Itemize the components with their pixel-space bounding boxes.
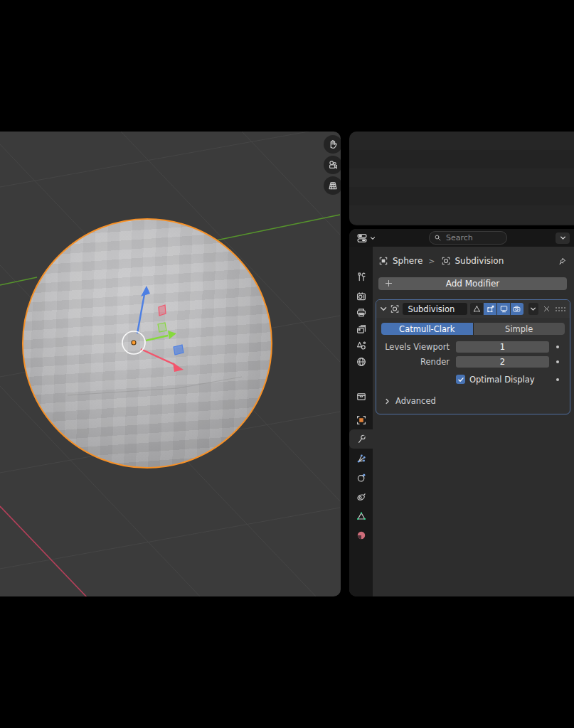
display-realtime-icon <box>499 304 509 314</box>
levels-viewport-row: Levels Viewport 1 <box>380 340 566 353</box>
perspective-grid-button[interactable] <box>324 176 341 195</box>
subdivision-type-selector: Catmull-Clark Simple <box>381 323 565 335</box>
display-realtime-toggle[interactable] <box>497 303 510 315</box>
tab-constraint-properties[interactable] <box>349 487 373 506</box>
object-data-icon <box>378 256 388 266</box>
modifier-properties-icon <box>356 434 367 445</box>
properties-editor: Sphere > Subdivision Add Modifier <box>349 229 574 596</box>
properties-editor-icon <box>356 232 368 244</box>
camera-view-button[interactable] <box>324 156 341 174</box>
plus-icon <box>384 279 393 288</box>
gizmo-plane-z[interactable] <box>174 345 184 355</box>
levels-viewport-value: 1 <box>500 342 505 352</box>
search-field[interactable] <box>429 231 507 245</box>
tab-collection-properties[interactable] <box>349 388 373 405</box>
tab-view-layer-properties[interactable] <box>349 321 373 337</box>
subdivision-modifier-icon <box>390 304 400 314</box>
search-icon <box>434 234 442 242</box>
view-layer-properties-icon <box>356 323 367 335</box>
breadcrumb-object[interactable]: Sphere <box>393 256 422 266</box>
display-render-toggle[interactable] <box>511 303 523 315</box>
pin-icon[interactable] <box>558 257 567 266</box>
gizmo-plane-y[interactable] <box>158 323 166 332</box>
breadcrumb: Sphere > Subdivision <box>378 255 567 267</box>
gizmo-plane-x[interactable] <box>159 305 166 316</box>
tab-world-properties[interactable] <box>349 353 373 370</box>
render-field[interactable]: 2 <box>456 356 549 368</box>
catmull-clark-button[interactable]: Catmull-Clark <box>381 323 473 335</box>
chevron-right-icon <box>384 398 390 405</box>
checkmark-icon <box>457 376 464 383</box>
render-row: Render 2 <box>380 355 566 368</box>
simple-button[interactable]: Simple <box>474 323 565 335</box>
search-input[interactable] <box>445 232 491 243</box>
modifier-extras-button[interactable] <box>528 303 538 315</box>
breadcrumb-separator: > <box>427 257 436 266</box>
keyframe-dot[interactable] <box>556 378 559 381</box>
particle-properties-icon <box>356 453 367 464</box>
modifier-drag-handle[interactable] <box>556 307 565 311</box>
gizmo-z-arrow[interactable] <box>137 286 150 333</box>
tab-material-properties[interactable] <box>349 525 373 545</box>
world-properties-icon <box>356 356 367 368</box>
object-data-properties-icon <box>356 510 367 522</box>
display-render-icon <box>512 304 521 314</box>
chevron-down-icon <box>530 306 536 312</box>
tab-render-properties[interactable] <box>349 288 373 304</box>
tab-object-data-properties[interactable] <box>349 506 373 525</box>
optimal-display-wires <box>68 377 242 395</box>
optimal-display-label[interactable]: Optimal Display <box>469 375 549 385</box>
editor-type-button[interactable] <box>354 231 378 245</box>
render-label: Render <box>380 357 456 367</box>
render-value: 2 <box>500 357 505 367</box>
3d-viewport[interactable] <box>0 132 341 596</box>
camera-view-icon <box>327 159 339 171</box>
tab-output-properties[interactable] <box>349 304 373 321</box>
advanced-label: Advanced <box>395 396 436 406</box>
chevron-down-icon <box>560 235 566 241</box>
tool-icon <box>356 272 367 283</box>
keyframe-dot[interactable] <box>556 360 559 363</box>
tab-object-properties[interactable] <box>349 410 373 429</box>
properties-header <box>349 229 574 247</box>
tab-modifier-properties[interactable] <box>349 429 373 449</box>
blender-window: { "colors": { "accent_blue": "#4772b3", … <box>0 0 574 728</box>
object-properties-icon <box>356 414 367 426</box>
modifier-name-field[interactable] <box>403 303 467 315</box>
add-modifier-label: Add Modifier <box>446 279 500 289</box>
tab-particle-properties[interactable] <box>349 449 373 468</box>
levels-viewport-field[interactable]: 1 <box>456 341 549 353</box>
modifier-panel-header <box>376 300 570 318</box>
properties-content: Sphere > Subdivision Add Modifier <box>373 247 574 596</box>
levels-viewport-label: Levels Viewport <box>380 342 456 352</box>
close-x-icon <box>543 305 551 313</box>
keyframe-dot[interactable] <box>556 346 559 348</box>
output-properties-icon <box>356 307 367 318</box>
modifier-panel-body: Catmull-Clark Simple Levels Viewport 1 <box>376 318 570 414</box>
pan-hand-button[interactable] <box>324 135 341 154</box>
properties-options-button[interactable] <box>556 232 570 244</box>
tab-scene-properties[interactable] <box>349 337 373 353</box>
add-modifier-button[interactable]: Add Modifier <box>378 277 567 290</box>
move-gizmo[interactable] <box>0 132 341 596</box>
outliner-panel[interactable] <box>349 132 574 225</box>
optimal-display-checkbox[interactable] <box>456 375 465 384</box>
advanced-section-toggle[interactable]: Advanced <box>384 396 566 406</box>
modifier-display-toggles <box>470 303 523 315</box>
physics-properties-icon <box>356 472 367 483</box>
tab-physics-properties[interactable] <box>349 468 373 487</box>
scene-properties-icon <box>356 340 367 351</box>
breadcrumb-modifier[interactable]: Subdivision <box>455 256 504 266</box>
modifier-delete-button[interactable] <box>541 303 552 315</box>
display-edit-mode-icon <box>486 304 495 314</box>
chevron-down-icon <box>370 235 376 241</box>
subdivision-modifier-panel: Catmull-Clark Simple Levels Viewport 1 <box>376 299 570 414</box>
tab-tool-properties[interactable] <box>349 269 373 285</box>
display-edit-mode-toggle[interactable] <box>484 303 496 315</box>
render-properties-icon <box>356 291 367 302</box>
constraint-properties-icon <box>356 491 367 503</box>
subdivision-modifier-icon <box>441 256 451 266</box>
expand-chevron-icon[interactable] <box>380 305 387 313</box>
display-on-cage-toggle[interactable] <box>470 303 483 315</box>
material-properties-icon <box>356 530 367 541</box>
